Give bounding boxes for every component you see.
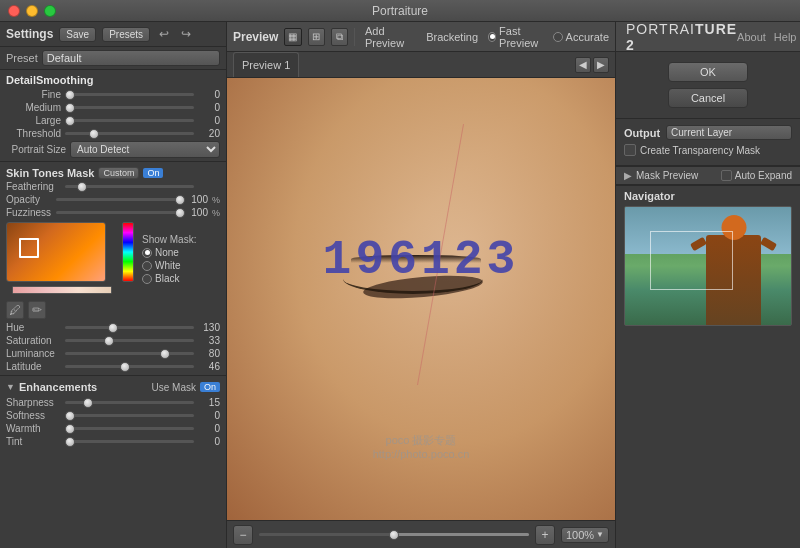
create-transparency-row[interactable]: Create Transparency Mask bbox=[624, 144, 792, 156]
cancel-button[interactable]: Cancel bbox=[668, 88, 748, 108]
eyedropper-add-btn[interactable]: 🖊 bbox=[6, 301, 24, 319]
hue-strip[interactable] bbox=[122, 222, 134, 282]
zoom-in-btn[interactable]: + bbox=[535, 525, 555, 545]
navigator-image[interactable] bbox=[624, 206, 792, 326]
preview-nav-arrows: ◀ ▶ bbox=[575, 52, 609, 77]
about-link[interactable]: About bbox=[737, 31, 766, 43]
skin-tones-on-badge[interactable]: On bbox=[143, 168, 163, 178]
threshold-value: 20 bbox=[198, 128, 220, 139]
save-button[interactable]: Save bbox=[59, 27, 96, 42]
fine-label: Fine bbox=[6, 89, 61, 100]
redo-button[interactable]: ↪ bbox=[178, 26, 194, 42]
window-title: Portraiture bbox=[372, 4, 428, 18]
help-link[interactable]: Help bbox=[774, 31, 797, 43]
prev-preview-btn[interactable]: ◀ bbox=[575, 57, 591, 73]
large-row: Large 0 bbox=[0, 114, 226, 127]
mask-none-radio[interactable] bbox=[142, 248, 152, 258]
color-gradient[interactable] bbox=[6, 222, 106, 282]
close-button[interactable] bbox=[8, 5, 20, 17]
mask-black-option[interactable]: Black bbox=[142, 273, 196, 284]
feathering-row: Feathering bbox=[0, 180, 226, 193]
preview-tab-1[interactable]: Preview 1 bbox=[233, 52, 299, 77]
preview-tabs: Preview 1 ◀ ▶ bbox=[227, 52, 615, 78]
enhancements-on-badge[interactable]: On bbox=[200, 382, 220, 392]
undo-button[interactable]: ↩ bbox=[156, 26, 172, 42]
hue-slider[interactable] bbox=[65, 326, 194, 329]
sharpness-slider[interactable] bbox=[65, 401, 194, 404]
opacity-slider[interactable] bbox=[56, 198, 185, 201]
fuzziness-slider[interactable] bbox=[56, 211, 185, 214]
view-compare-btn[interactable]: ⧉ bbox=[331, 28, 348, 46]
fuzziness-label: Fuzziness bbox=[6, 207, 52, 218]
next-preview-btn[interactable]: ▶ bbox=[593, 57, 609, 73]
preview-label: Preview bbox=[233, 30, 278, 44]
softness-slider[interactable] bbox=[65, 414, 194, 417]
feathering-slider[interactable] bbox=[65, 185, 194, 188]
auto-expand-checkbox[interactable] bbox=[721, 170, 732, 181]
minimize-button[interactable] bbox=[26, 5, 38, 17]
show-mask-area: Show Mask: None White Black bbox=[142, 222, 196, 296]
saturation-value: 33 bbox=[198, 335, 220, 346]
accurate-option[interactable]: Accurate bbox=[553, 31, 609, 43]
eyedropper-sub-btn[interactable]: ✏ bbox=[28, 301, 46, 319]
tint-slider[interactable] bbox=[65, 440, 194, 443]
create-transparency-checkbox[interactable] bbox=[624, 144, 636, 156]
mask-white-radio[interactable] bbox=[142, 261, 152, 271]
mask-preview-row: ▶ Mask Preview Auto Expand bbox=[616, 166, 800, 185]
luminance-value: 80 bbox=[198, 348, 220, 359]
fast-preview-radio[interactable] bbox=[488, 32, 496, 42]
accurate-radio[interactable] bbox=[553, 32, 563, 42]
presets-button[interactable]: Presets bbox=[102, 27, 150, 42]
opacity-pct: % bbox=[212, 195, 220, 205]
warmth-slider[interactable] bbox=[65, 427, 194, 430]
bracketing-btn[interactable]: Bracketing bbox=[422, 30, 482, 44]
add-preview-btn[interactable]: Add Preview bbox=[361, 24, 416, 50]
latitude-label: Latitude bbox=[6, 361, 61, 372]
large-value: 0 bbox=[198, 115, 220, 126]
right-header-links: About Help bbox=[737, 31, 796, 43]
portrait-size-select[interactable]: Auto Detect bbox=[70, 141, 220, 158]
eyedropper-area: 🖊 ✏ bbox=[0, 299, 226, 321]
preview-watermark-number: 196123 bbox=[323, 233, 520, 287]
fuzziness-row: Fuzziness 100 % bbox=[0, 206, 226, 219]
softness-row: Softness 0 bbox=[0, 409, 226, 422]
view-single-btn[interactable]: ▦ bbox=[284, 28, 301, 46]
preset-select[interactable]: Default bbox=[42, 50, 220, 66]
zoom-dropdown[interactable]: 100% ▼ bbox=[561, 527, 609, 543]
skin-tones-mode[interactable]: Custom bbox=[98, 167, 139, 179]
threshold-slider[interactable] bbox=[65, 132, 194, 135]
fine-slider[interactable] bbox=[65, 93, 194, 96]
skin-tones-title: Skin Tones Mask bbox=[6, 167, 94, 179]
latitude-slider[interactable] bbox=[65, 365, 194, 368]
warmth-value: 0 bbox=[198, 423, 220, 434]
maximize-button[interactable] bbox=[44, 5, 56, 17]
mask-black-radio[interactable] bbox=[142, 274, 152, 284]
large-label: Large bbox=[6, 115, 61, 126]
medium-slider[interactable] bbox=[65, 106, 194, 109]
luminance-slider[interactable] bbox=[65, 352, 194, 355]
app-title: PORTRAITURE 2 bbox=[626, 21, 737, 53]
saturation-slider[interactable] bbox=[65, 339, 194, 342]
mask-preview-collapse-icon[interactable]: ▶ bbox=[624, 170, 632, 181]
navigator-section: Navigator bbox=[616, 186, 800, 330]
softness-value: 0 bbox=[198, 410, 220, 421]
mask-white-option[interactable]: White bbox=[142, 260, 196, 271]
large-slider[interactable] bbox=[65, 119, 194, 122]
threshold-row: Threshold 20 bbox=[0, 127, 226, 140]
zoom-slider-thumb[interactable] bbox=[389, 530, 399, 540]
output-select[interactable]: Current Layer bbox=[666, 125, 792, 140]
view-split-btn[interactable]: ⊞ bbox=[308, 28, 325, 46]
ok-cancel-area: OK Cancel bbox=[616, 52, 800, 118]
collapse-icon[interactable]: ▼ bbox=[6, 382, 15, 392]
zoom-out-btn[interactable]: − bbox=[233, 525, 253, 545]
window-controls[interactable] bbox=[8, 5, 56, 17]
title-bar: Portraiture bbox=[0, 0, 800, 22]
fuzziness-pct: % bbox=[212, 208, 220, 218]
mask-none-option[interactable]: None bbox=[142, 247, 196, 258]
auto-expand-row[interactable]: Auto Expand bbox=[721, 170, 792, 181]
mask-preview-label[interactable]: Mask Preview bbox=[636, 170, 717, 181]
portrait-size-label: Portrait Size bbox=[6, 144, 66, 155]
fast-preview-option[interactable]: Fast Preview bbox=[488, 25, 546, 49]
ok-button[interactable]: OK bbox=[668, 62, 748, 82]
skin-color-strip bbox=[12, 286, 112, 294]
